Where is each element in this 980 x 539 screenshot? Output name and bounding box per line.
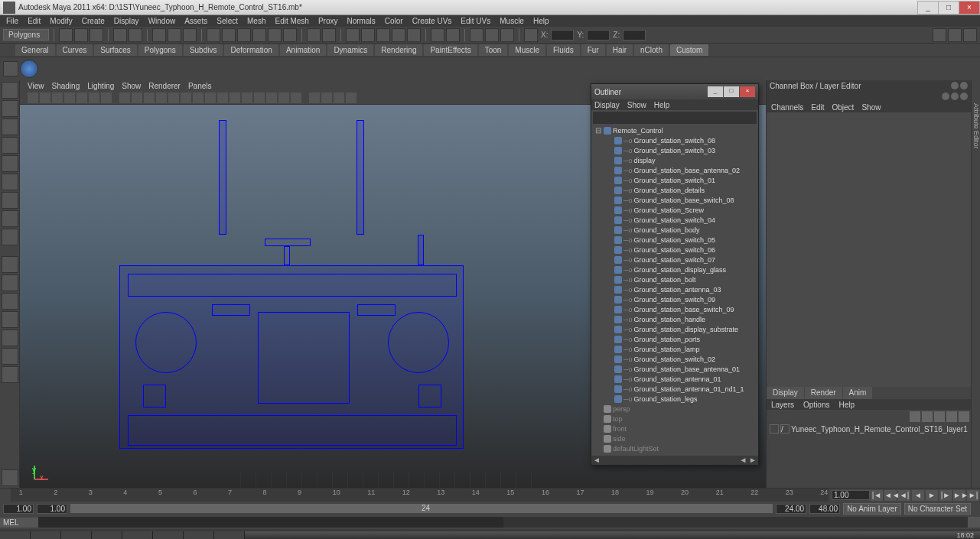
snap-grid-icon[interactable] (207, 28, 220, 42)
open-scene-icon[interactable] (74, 28, 88, 42)
outliner-min-button[interactable]: _ (708, 86, 723, 97)
snap-view-icon[interactable] (283, 28, 297, 42)
menu-help[interactable]: Help (530, 17, 552, 25)
outliner-item[interactable]: ─o Ground_station_switch_02 (591, 354, 758, 364)
layer-tab-render[interactable]: Render (805, 387, 842, 399)
snap-plane-icon[interactable] (252, 28, 266, 42)
vp-icon[interactable] (101, 93, 112, 103)
vp-icon[interactable] (346, 93, 357, 103)
menu-file[interactable]: File (3, 17, 21, 25)
range-start-outer[interactable]: 1.00 (3, 504, 34, 514)
channel-menu-show[interactable]: Show (861, 103, 881, 112)
redo-icon[interactable] (129, 28, 142, 42)
maximize-button[interactable]: □ (938, 1, 959, 15)
range-start-inner[interactable]: 1.00 (37, 504, 67, 514)
current-frame[interactable]: 1.00 (832, 490, 870, 500)
outliner-item[interactable]: ─o Ground_station_switch_03 (591, 145, 758, 155)
input-mode-icon[interactable] (524, 28, 538, 42)
range-end-inner[interactable]: 24.00 (776, 504, 806, 514)
vp-menu-renderer[interactable]: Renderer (148, 82, 181, 90)
shelf-tab-painteffects[interactable]: PaintEffects (424, 44, 477, 56)
panel-icon[interactable] (942, 93, 949, 100)
outliner-item[interactable]: ─o Ground_station_handle (591, 314, 758, 324)
taskbar[interactable]: 18:02 (0, 531, 980, 539)
ipr-icon[interactable] (361, 28, 375, 42)
layout-three[interactable] (2, 330, 18, 346)
outliner-menu-display[interactable]: Display (594, 101, 620, 109)
rotate-tool[interactable] (2, 155, 18, 172)
menu-mesh[interactable]: Mesh (244, 17, 269, 25)
outliner-window[interactable]: Outliner _ □ × DisplayShowHelp ⊟Remote_C… (591, 83, 759, 466)
layer-type-toggle[interactable]: / (780, 424, 790, 433)
play-fwd-icon[interactable]: ► (926, 490, 938, 501)
scroll-right-icon[interactable]: ◄ (739, 456, 747, 464)
scroll-right2-icon[interactable]: ► (749, 456, 757, 464)
outliner-item[interactable]: ─o Ground_station_antenna_03 (591, 284, 758, 294)
panel-icon[interactable] (951, 93, 959, 100)
layout-four[interactable] (2, 274, 18, 291)
menu-edit-mesh[interactable]: Edit Mesh (272, 17, 311, 25)
snap-point-icon[interactable] (237, 28, 251, 42)
outliner-item[interactable]: ─o Ground_station_switch_09 (591, 294, 758, 304)
vp-menu-panels[interactable]: Panels (188, 82, 212, 90)
outliner-item[interactable]: ─o Ground_station_base_antenna_02 (591, 165, 758, 175)
wireframe-model[interactable] (119, 204, 464, 388)
sidebar-toggle-b-icon[interactable] (948, 28, 962, 42)
vp-icon[interactable] (242, 93, 252, 103)
outliner-item[interactable]: persp (591, 404, 758, 414)
outliner-item[interactable]: ─o Ground_station_details (591, 185, 758, 195)
menu-create-uvs[interactable]: Create UVs (409, 17, 455, 25)
layer-tab-anim[interactable]: Anim (843, 387, 873, 399)
menu-select[interactable]: Select (213, 17, 241, 25)
taskbar-item[interactable] (184, 531, 214, 539)
soft-mod-tool[interactable] (2, 210, 18, 227)
y-input[interactable] (587, 30, 610, 41)
channel-menu-object[interactable]: Object (832, 103, 855, 112)
tool-settings-icon[interactable] (2, 469, 18, 486)
select-icon[interactable] (152, 28, 166, 42)
shelf-tab-deformation[interactable]: Deformation (224, 44, 278, 56)
layout-prev[interactable] (2, 348, 18, 365)
lasso-tool[interactable] (2, 100, 18, 117)
history-icon[interactable] (307, 28, 321, 42)
menu-display[interactable]: Display (111, 17, 142, 25)
close-button[interactable]: × (959, 1, 980, 15)
tool-e-icon[interactable] (500, 28, 514, 42)
vp-icon[interactable] (77, 93, 87, 103)
vp-icon[interactable] (193, 93, 203, 103)
outliner-search[interactable] (593, 112, 757, 124)
vp-icon[interactable] (181, 93, 191, 103)
menu-normals[interactable]: Normals (344, 17, 379, 25)
outliner-close-button[interactable]: × (740, 86, 755, 97)
tool-d-icon[interactable] (485, 28, 499, 42)
outliner-item[interactable]: ─o Ground_station_switch_01 (591, 175, 758, 185)
panel-icon[interactable] (960, 82, 968, 89)
layer-icon[interactable] (910, 411, 920, 422)
shelf-tab-polygons[interactable]: Polygons (138, 44, 182, 56)
menu-color[interactable]: Color (382, 17, 406, 25)
layer-icon[interactable] (946, 411, 957, 422)
outliner-item[interactable]: ⊟Remote_Control (591, 125, 758, 135)
outliner-item[interactable]: ─o Ground_station_base_switch_08 (591, 195, 758, 205)
layer-menu-options[interactable]: Options (803, 401, 829, 409)
play-back-icon[interactable]: ◄ (912, 490, 924, 501)
vp-icon[interactable] (168, 93, 179, 103)
menu-proxy[interactable]: Proxy (315, 17, 341, 25)
menu-modify[interactable]: Modify (47, 17, 75, 25)
vp-icon[interactable] (309, 93, 320, 103)
anim-layer-dropdown[interactable]: No Anim Layer (843, 503, 901, 515)
shelf-tab-general[interactable]: General (15, 44, 55, 56)
outliner-menu-show[interactable]: Show (627, 101, 646, 109)
menu-assets[interactable]: Assets (181, 17, 210, 25)
move-tool[interactable] (2, 137, 18, 154)
vp-menu-view[interactable]: View (28, 82, 44, 90)
vp-icon[interactable] (217, 93, 228, 103)
shelf-tab-subdivs[interactable]: Subdivs (184, 44, 223, 56)
vp-icon[interactable] (40, 93, 50, 103)
outliner-item[interactable]: ─o Ground_station_display_glass (591, 265, 758, 274)
z-input[interactable] (623, 30, 646, 41)
layer-vis-toggle[interactable] (770, 424, 779, 433)
prev-key-icon[interactable]: ◄| (898, 490, 910, 501)
taskbar-item[interactable] (214, 531, 245, 539)
vp-icon[interactable] (254, 93, 265, 103)
